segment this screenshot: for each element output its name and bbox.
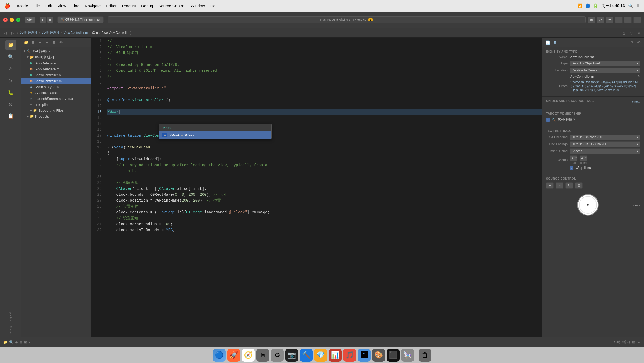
sidebar-issues-icon[interactable]: ⚠ [5,63,16,74]
menu-view[interactable]: View [58,3,66,8]
wifi-icon[interactable]: 📶 [577,3,583,8]
status-search-icon[interactable]: 🔍 [9,340,13,344]
stop-button[interactable]: ■ [47,17,53,23]
file-main-storyboard[interactable]: ≋ Main.storyboard [21,84,91,90]
dock-photos[interactable]: 📷 [285,349,298,362]
minimize-button[interactable]: − [10,18,14,22]
encoding-select[interactable]: Default - Unicode (UT... ▾ [570,135,640,140]
dock-colorsync[interactable]: 🎠 [401,349,414,362]
sidebar-test-icon[interactable]: ▷ [5,75,16,86]
sidebar-debug-icon[interactable]: 🐛 [5,87,16,98]
nav-folder-icon[interactable]: 📁 [23,39,29,45]
dock-sketch[interactable]: 💎 [314,349,327,362]
sidebar-reports-icon[interactable]: 📋 [5,111,16,121]
battery-icon[interactable]: 🔋 [593,3,598,8]
file-supporting[interactable]: ▶ 📁 Supporting Files [21,107,91,113]
rs-file-icon[interactable]: 📄 [544,39,551,45]
autocomplete-item-xwea[interactable]: xwea [159,124,271,131]
menu-editor[interactable]: Editor [106,3,116,8]
sc-remove-icon[interactable]: − [556,182,563,189]
dock-trash[interactable]: 🗑 [419,349,431,362]
status-history-icon[interactable]: ⊟ [20,340,23,344]
airdrop-icon[interactable]: ⇡ [571,3,575,8]
menu-file[interactable]: File [34,3,40,8]
file-viewcontroller-h[interactable]: h ViewController.h [21,72,91,78]
refresh-icon[interactable]: ↻ [638,75,640,78]
autocomplete-item-xweak[interactable]: ■ XWeak — XWeak [159,131,271,139]
dock-app-store[interactable]: 🅰 [358,349,371,362]
file-infoplist[interactable]: ≡ Info.plist [21,101,91,107]
sc-add-icon[interactable]: + [546,182,554,189]
nav-locate-icon[interactable]: ◎ [58,39,64,45]
show-link[interactable]: Show [632,100,640,104]
menu-source-control[interactable]: Source Control [158,3,185,8]
search-icon[interactable]: 🔍 [628,3,633,8]
indent-up-arrow[interactable]: ▲ [585,156,587,158]
dock-music[interactable]: 🎵 [343,349,356,362]
sc-refresh-icon[interactable]: ↻ [565,182,573,189]
menu-find[interactable]: Find [72,3,79,8]
tab-up-arrow[interactable]: ▲ [575,156,577,158]
menu-edit[interactable]: Edit [45,3,52,8]
indent-stepper-arrows[interactable]: ▲ ▼ [585,156,587,161]
code-lines[interactable]: // // ViewController.m // 05-时钟练习 // // … [104,38,542,337]
breadcrumb-file[interactable]: ViewController.m [64,31,88,35]
target-checkbox[interactable]: ✓ [546,118,550,122]
dock-system-prefs[interactable]: ⚙ [271,349,284,362]
sc-grid-icon[interactable]: ⊞ [575,182,583,189]
file-assets[interactable]: ◈ Assets.xcassets [21,90,91,96]
location-select[interactable]: Relative to Group ▾ [570,68,640,73]
sidebar-navigator-icon[interactable]: 📁 [5,40,16,50]
run-button[interactable]: ▶ [40,17,46,23]
navigator-toggle[interactable]: ⊞ [588,17,595,23]
indent-select[interactable]: Spaces ▾ [570,148,640,154]
version-toggle[interactable]: ⇌ [606,17,613,23]
control-strip[interactable]: ☰ [636,4,640,8]
nav-forward-icon[interactable]: ▷ [10,30,16,36]
bluetooth-icon[interactable]: 🔵 [585,3,590,8]
autocomplete-dropdown[interactable]: xwea ■ XWeak — XWeak [159,124,272,139]
menu-product[interactable]: Product [122,3,136,8]
apple-menu[interactable]: 🍎 [4,3,10,9]
file-group[interactable]: ▶ 📂 05-时钟练习 [21,54,91,60]
status-view-icon[interactable]: ⊞ [24,340,27,344]
tab-stepper-arrows[interactable]: ▲ ▼ [575,156,577,161]
nav-source-icon[interactable]: ⊞ [30,39,36,45]
status-layout-1[interactable]: ⊞ [632,340,635,344]
menu-window[interactable]: Window [191,3,205,8]
scheme-selector[interactable]: 🔨 05-时钟练习 › iPhone 6s [57,16,104,23]
dock-safari[interactable]: 🧭 [242,349,255,362]
layout-toggle-1[interactable]: ⊡ [615,17,623,23]
tab-down-arrow[interactable]: ▼ [575,158,577,161]
type-select[interactable]: Default - Objective-C... ▾ [570,61,640,66]
layout-toggle-3[interactable]: ⊞ [633,17,641,23]
breadcrumb-project[interactable]: 05-时钟练习 [20,30,37,35]
code-editor[interactable]: 1 2 3 4 5 6 7 8 9 10 11 12 13 14 15 16 1 [91,38,542,337]
status-nav-icon[interactable]: 📁 [3,340,8,344]
menu-xcode[interactable]: Xcode [17,3,28,8]
indent-stepper[interactable]: 4 ▲ ▼ [580,155,587,161]
status-add-icon[interactable]: ⊕ [15,340,18,344]
file-viewcontroller-m[interactable]: m ViewController.m [21,78,91,84]
nav-add-icon[interactable]: + [44,39,50,45]
file-root[interactable]: ▶ 🔨 05-时钟练习 [21,48,91,54]
layout-toggle-2[interactable]: ⊟ [624,17,632,23]
wrap-lines-checkbox[interactable]: ✓ [570,166,573,170]
code-content[interactable]: 1 2 3 4 5 6 7 8 9 10 11 12 13 14 15 16 1 [91,38,542,337]
dock-mouse[interactable]: 🖱 [256,349,269,362]
file-products[interactable]: ▶ 📁 Products [21,113,91,119]
menu-debug[interactable]: Debug [141,3,153,8]
nav-filter-icon[interactable]: ≡ [37,39,43,45]
dock-xcode[interactable]: 🔨 [300,349,313,362]
indent-down-arrow[interactable]: ▼ [585,158,587,161]
sidebar-search-icon[interactable]: 🔍 [5,52,16,62]
file-appdelegate-m[interactable]: m AppDelegate.m [21,66,91,72]
file-launchscreen[interactable]: ≋ LaunchScreen.storyboard [21,96,91,101]
sidebar-breakpoints-icon[interactable]: ⊘ [5,99,16,110]
dock-canister[interactable]: 🎨 [372,349,385,362]
dock-launchpad[interactable]: 🚀 [227,349,240,362]
related-files-icon[interactable]: ◈ [636,30,642,36]
dock-powerpoint[interactable]: 📊 [329,349,342,362]
status-layout-2[interactable]: ↔ [637,340,641,344]
issues-prev-icon[interactable]: △ [621,30,627,36]
